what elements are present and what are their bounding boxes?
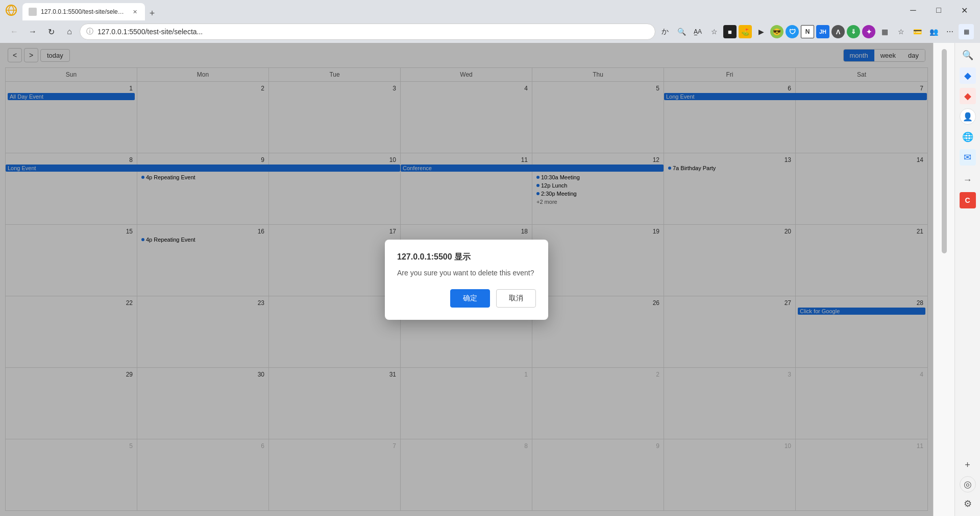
edge-panel: 🔍 ◆ ◆ 👤 🌐 ✉ → C + ◎ ⚙: [954, 43, 980, 516]
panel-globe-icon[interactable]: 🌐: [960, 129, 976, 145]
ext-icon-7[interactable]: ✦: [862, 25, 875, 38]
favorites-icon[interactable]: ☆: [706, 24, 722, 39]
panel-user-icon[interactable]: 👤: [960, 108, 976, 125]
close-button[interactable]: ✕: [952, 3, 976, 18]
address-bar-container: ⓘ: [80, 24, 655, 40]
panel-search-icon[interactable]: 🔍: [960, 47, 976, 63]
collections-icon[interactable]: ☆: [893, 24, 909, 39]
confirm-dialog: 127.0.0.1:5500 显示 Are you sure you want …: [385, 240, 548, 320]
home-button[interactable]: ⌂: [61, 24, 78, 40]
modal-overlay: 127.0.0.1:5500 显示 Are you sure you want …: [0, 43, 933, 516]
ext-icon-1[interactable]: ■: [723, 25, 737, 38]
close-tab-button[interactable]: ✕: [131, 8, 139, 16]
search-icon[interactable]: 🔍: [674, 24, 689, 39]
panel-target-icon[interactable]: ◎: [960, 476, 976, 492]
window-controls: ─ □ ✕: [901, 3, 976, 18]
modal-buttons: 确定 取消: [397, 289, 536, 308]
panel-arrow-icon[interactable]: →: [960, 172, 976, 188]
wallet-icon[interactable]: 💳: [910, 24, 925, 39]
browser-tab[interactable]: 127.0.0.1:5500/test-site/selectab ✕: [22, 3, 145, 20]
address-bar[interactable]: [97, 28, 649, 36]
browser-logo: [4, 3, 18, 17]
right-side-panel: [933, 43, 954, 516]
reload-button[interactable]: ↻: [43, 24, 59, 40]
modal-message: Are you sure you want to delete this eve…: [397, 269, 536, 277]
panel-plus-icon[interactable]: +: [960, 457, 976, 473]
translate-icon[interactable]: か: [657, 24, 673, 39]
back-button[interactable]: ←: [6, 24, 22, 40]
cancel-button[interactable]: 取消: [496, 289, 536, 308]
toolbar-icons: か 🔍 A̲A ☆ ■ ⛳ ▶ 😎 🛡 N JH Λ ⇓ ✦ ▦ ☆ 💳 👥 ⋯…: [657, 24, 974, 39]
browser-toolbar: ← → ↻ ⌂ ⓘ か 🔍 A̲A ☆ ■ ⛳ ▶ 😎 🛡 N JH Λ ⇓ ✦…: [0, 20, 980, 43]
people-icon[interactable]: 👥: [926, 24, 941, 39]
edge-icon[interactable]: ▦: [959, 24, 974, 39]
ext-icon-3[interactable]: 😎: [770, 25, 783, 38]
new-tab-button[interactable]: +: [145, 6, 159, 20]
minimize-button[interactable]: ─: [901, 3, 925, 18]
maximize-button[interactable]: □: [927, 3, 950, 18]
panel-red-icon[interactable]: ◆: [960, 88, 976, 104]
ext-icon-4[interactable]: N: [801, 25, 814, 38]
confirm-button[interactable]: 确定: [450, 289, 490, 308]
ext-icon-5[interactable]: Λ: [831, 25, 845, 38]
info-icon[interactable]: ⓘ: [86, 27, 93, 36]
ext-icon-6[interactable]: ⇓: [847, 25, 860, 38]
panel-c-icon[interactable]: C: [960, 192, 976, 208]
ext-shield-icon[interactable]: 🛡: [786, 25, 799, 38]
scrollbar-thumb[interactable]: [942, 49, 947, 253]
aa-icon[interactable]: A̲A: [690, 24, 705, 39]
more-icon[interactable]: ⋯: [942, 24, 958, 39]
panel-settings-icon[interactable]: ⚙: [960, 496, 976, 512]
modal-title: 127.0.0.1:5500 显示: [397, 252, 536, 263]
play-icon[interactable]: ▶: [753, 24, 769, 39]
ext-icon-2[interactable]: ⛳: [739, 25, 752, 38]
tab-favicon: [29, 8, 37, 16]
panel-wallet-icon[interactable]: ◆: [960, 67, 976, 84]
sidebar-icon[interactable]: ▦: [877, 24, 892, 39]
panel-mail-icon[interactable]: ✉: [960, 149, 976, 166]
ext-icon-jh[interactable]: JH: [816, 25, 829, 38]
calendar-container: < > today month week day Sun Mon Tue Wed: [0, 43, 933, 516]
tab-title: 127.0.0.1:5500/test-site/selectab: [41, 8, 127, 15]
forward-button[interactable]: →: [24, 24, 41, 40]
